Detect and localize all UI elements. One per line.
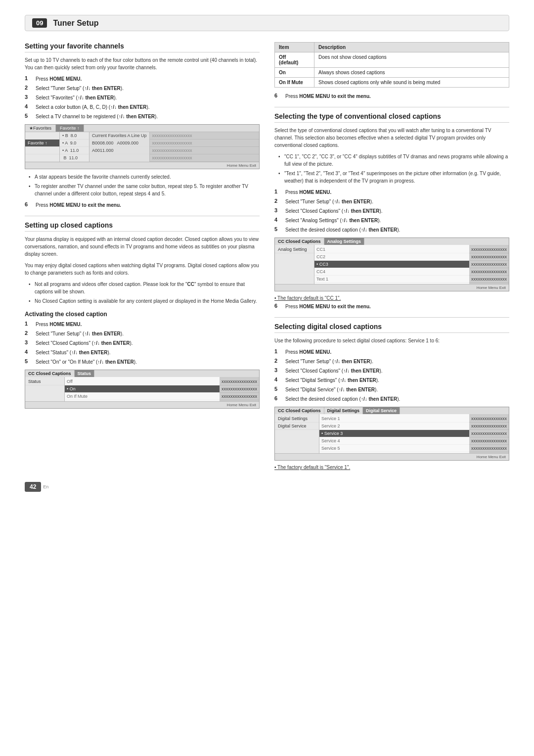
favorites-bullets: A star appears beside the favorite chann…: [25, 173, 260, 197]
status-ph-2: xxxxxxxxxxxxxxxx: [220, 385, 259, 393]
status-screen-body: Status Off • On On If Mute xxxxxxxxxxxxx…: [25, 377, 259, 401]
conv-step-2: 2 Select "Tuner Setup" (↑/↓ then ENTER).: [274, 198, 509, 205]
digital-ph-5: xxxxxxxxxxxxxxxx: [469, 445, 509, 452]
bullet-2: To register another TV channel under the…: [29, 183, 260, 197]
analog-val-text1: Text 1: [314, 276, 469, 283]
chapter-number: 09: [32, 18, 47, 28]
digital-ph-2: xxxxxxxxxxxxxxxx: [469, 423, 509, 430]
screen-row-label-4: [25, 154, 59, 162]
analog-val-cc4: CC4: [314, 268, 469, 276]
subsection-title-activate: Activating the closed caption: [25, 311, 260, 318]
screen-hdr-cc: CC Closed Captions: [25, 370, 75, 377]
section-title-conventional: Selecting the type of conventional close…: [274, 112, 509, 123]
captions-intro2: You may enjoy digital closed captions wh…: [25, 262, 260, 277]
analog-screen: CC Closed Captions Analog Settings Analo…: [274, 237, 509, 291]
screen-row-label-1: [25, 132, 59, 140]
analog-note: • The factory default is "CC 1".: [274, 295, 509, 301]
analog-screen-body: Analog Setting CC1 CC2 • CC3 CC4 Text 1 …: [275, 245, 509, 284]
digital-step-5: 5 Select "Digital Service" (↑/↓ then ENT…: [274, 386, 509, 393]
section-title-digital: Selecting digital closed captions: [274, 323, 509, 333]
step-6-favorites: 6 Press HOME MENU to exit the menu.: [25, 201, 260, 209]
analog-step-6: 6 Press HOME MENU to exit the menu.: [274, 303, 509, 310]
analog-hdr-settings: Analog Settings: [324, 238, 365, 245]
status-values-col: Off • On On If Mute: [65, 377, 220, 401]
page-number: 42: [25, 482, 41, 492]
analog-val-cc3: • CC3: [314, 261, 469, 268]
screen-placeholder-3: xxxxxxxxxxxxxxxxxx: [150, 147, 259, 154]
analog-placeholder-col: xxxxxxxxxxxxxxxx xxxxxxxxxxxxxxxx xxxxxx…: [469, 245, 509, 284]
digital-placeholder-col: xxxxxxxxxxxxxxxx xxxxxxxxxxxxxxxx xxxxxx…: [469, 414, 509, 453]
digital-label-settings: Digital Settings: [275, 415, 319, 423]
screen-col-channels: • B 8.0 • A 9.0 • A 11.0 B 11.0: [60, 132, 89, 162]
analog-ph-3: xxxxxxxxxxxxxxxx: [469, 261, 509, 268]
digital-screen-header: CC Closed Captions Digital Settings Digi…: [275, 407, 509, 414]
digital-step-4: 4 Select "Digital Settings" (↑/↓ then EN…: [274, 377, 509, 384]
digital-steps: 1 Press HOME MENU. 2 Select "Tuner Setup…: [274, 348, 509, 403]
screen-col-placeholder: xxxxxxxxxxxxxxxxxx xxxxxxxxxxxxxxxxxx xx…: [150, 132, 259, 162]
digital-hdr-settings: Digital Settings: [324, 407, 363, 414]
status-screen-header: CC Closed Captions Status: [25, 370, 259, 377]
digital-ph-1: xxxxxxxxxxxxxxxx: [469, 415, 509, 423]
screen-col-info: Current Favorites A Line Up B0008.000 A0…: [89, 132, 150, 162]
screen-info-4: [89, 154, 149, 162]
screen-ch-2: • A 9.0: [60, 140, 89, 147]
table-desc-on: Always shows closed captions: [314, 68, 509, 78]
section-title-captions: Setting up closed captions: [25, 221, 260, 232]
status-screen-footer: Home Menu Exit: [25, 401, 259, 408]
activate-steps: 1 Press HOME MENU. 2 Select "Tuner Setup…: [25, 321, 260, 366]
activate-step-5: 5 Select "On" or "On If Mute" (↑/↓ then …: [25, 358, 260, 366]
analog-ph-2: xxxxxxxxxxxxxxxx: [469, 253, 509, 261]
step-1: 1 Press HOME MENU.: [25, 75, 260, 83]
digital-divider: [274, 317, 509, 318]
conventional-bullet-1: "CC 1", "CC 2", "CC 3", or "CC 4" displa…: [278, 153, 509, 168]
table-item-on: On: [275, 68, 314, 78]
table-item-off: Off(default): [275, 52, 314, 68]
activate-step-1: 1 Press HOME MENU.: [25, 321, 260, 328]
status-val-off: Off: [65, 378, 220, 385]
analog-ph-5: xxxxxxxxxxxxxxxx: [469, 276, 509, 283]
table-col-desc: Description: [314, 43, 509, 52]
right-step-6: 6 Press HOME MENU to exit the menu.: [274, 93, 509, 100]
table-desc-mute: Shows closed captions only while sound i…: [314, 78, 509, 88]
activate-step-4: 4 Select "Status" (↑/↓ then ENTER).: [25, 349, 260, 356]
digital-val-s3: • Service 3: [319, 430, 469, 437]
analog-ph-1: xxxxxxxxxxxxxxxx: [469, 246, 509, 253]
section-divider: [25, 216, 260, 216]
bullet-1: A star appears beside the favorite chann…: [29, 173, 260, 181]
favorites-intro: Set up to 10 TV channels to each of the …: [25, 56, 260, 71]
conventional-bullets: "CC 1", "CC 2", "CC 3", or "CC 4" displa…: [274, 153, 509, 185]
screen-hdr-status: Status: [75, 370, 95, 377]
digital-values-col: Service 1 Service 2 • Service 3 Service …: [319, 414, 469, 453]
analog-screen-header: CC Closed Captions Analog Settings: [275, 238, 509, 245]
caption-bullet-2: No Closed Caption setting is available f…: [29, 297, 260, 305]
status-screen: CC Closed Captions Status Status Off • O…: [25, 370, 260, 409]
conventional-steps: 1 Press HOME MENU. 2 Select "Tuner Setup…: [274, 189, 509, 234]
table-header-row: Item Description: [275, 43, 509, 52]
analog-val-cc2: CC2: [314, 253, 469, 261]
status-label: Status: [25, 378, 64, 385]
screen-info-2: B0008.000 A0009.000: [89, 140, 149, 147]
analog-label-col: Analog Setting: [275, 245, 314, 284]
status-table: Item Description Off(default) Does not s…: [274, 42, 509, 88]
conventional-intro: Select the type of conventional closed c…: [274, 127, 509, 149]
digital-val-s4: Service 4: [319, 437, 469, 445]
screen-info-1: Current Favorites A Line Up: [89, 132, 149, 140]
screen-ch-4: B 11.0: [60, 154, 89, 162]
conventional-bullet-2: "Text 1", "Text 2", "Text 3", or "Text 4…: [278, 170, 509, 185]
screen-placeholder-2: xxxxxxxxxxxxxxxxxx: [150, 140, 259, 147]
digital-intro: Use the following procedure to select di…: [274, 337, 509, 344]
page-header: 09 Tuner Setup: [25, 15, 509, 31]
favorites-steps: 1 Press HOME MENU. 2 Select "Tuner Setup…: [25, 75, 260, 120]
status-val-on: • On: [65, 385, 220, 393]
analog-ph-4: xxxxxxxxxxxxxxxx: [469, 268, 509, 276]
table-row: On If Mute Shows closed captions only wh…: [275, 78, 509, 88]
favorites-step6: 6 Press HOME MENU to exit the menu.: [25, 201, 260, 209]
screen-footer: Home Menu Exit: [25, 162, 259, 169]
activate-step-3: 3 Select "Closed Captions" (↑/↓ then ENT…: [25, 339, 260, 347]
analog-step6: 6 Press HOME MENU to exit the menu.: [274, 303, 509, 310]
screen-header-favorites: ★Favorites: [25, 125, 56, 132]
status-val-mute: On If Mute: [65, 393, 220, 400]
analog-hdr-cc: CC Closed Captions: [275, 238, 324, 245]
digital-step-2: 2 Select "Tuner Setup" (↑/↓ then ENTER).: [274, 358, 509, 365]
digital-ph-4: xxxxxxxxxxxxxxxx: [469, 437, 509, 445]
